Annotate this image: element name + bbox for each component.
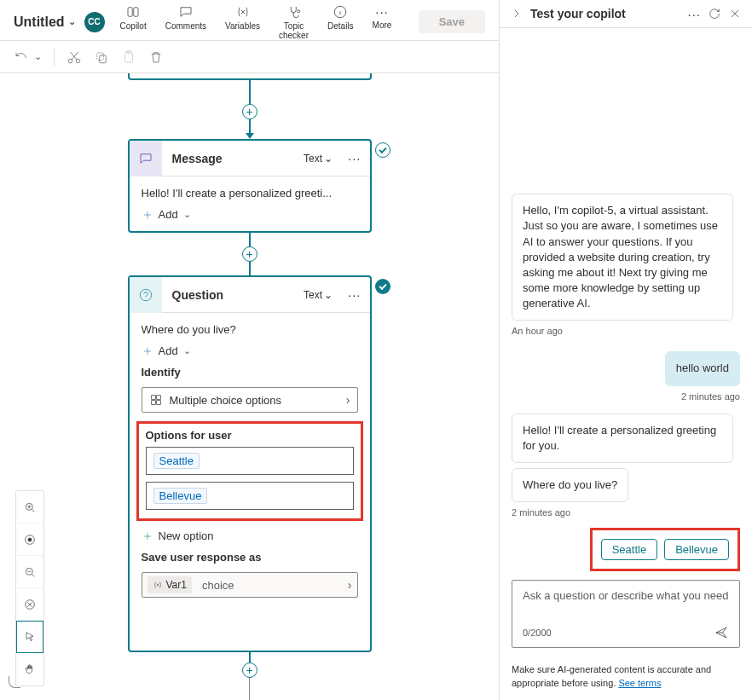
svg-rect-13 bbox=[151, 401, 155, 405]
svg-point-10 bbox=[140, 289, 152, 301]
copilot-button[interactable]: Copilot bbox=[115, 3, 152, 32]
chevron-right-icon: › bbox=[348, 578, 352, 592]
comment-icon bbox=[178, 4, 194, 20]
undo-icon[interactable] bbox=[14, 49, 29, 65]
chevron-right-icon[interactable] bbox=[510, 7, 524, 20]
options-block: Options for user Seattle Bellevue bbox=[136, 421, 363, 521]
choice-button[interactable]: Bellevue bbox=[664, 539, 729, 560]
plus-icon bbox=[142, 530, 153, 542]
topic-checker-button[interactable]: Topic checker bbox=[274, 3, 314, 42]
select-tool-button[interactable] bbox=[16, 621, 43, 653]
zoom-in-button[interactable] bbox=[16, 491, 43, 524]
timestamp: 2 minutes ago bbox=[681, 391, 740, 402]
bot-message: Hello! I'll create a personalized greeti… bbox=[512, 414, 733, 463]
chat-input[interactable]: Ask a question or describe what you need… bbox=[512, 580, 740, 648]
doc-title[interactable]: Untitled ⌄ bbox=[14, 14, 76, 30]
chevron-down-icon: ⌄ bbox=[183, 209, 191, 220]
svg-rect-7 bbox=[100, 55, 107, 62]
svg-rect-12 bbox=[156, 396, 160, 400]
close-icon[interactable] bbox=[728, 7, 742, 20]
node-title: Question bbox=[162, 288, 304, 302]
variable-icon bbox=[153, 580, 163, 590]
copilot-icon bbox=[125, 4, 141, 20]
connector bbox=[249, 678, 250, 700]
add-node-button[interactable]: + bbox=[242, 246, 257, 262]
question-icon bbox=[130, 277, 162, 313]
add-content-button[interactable]: Add ⌄ bbox=[142, 344, 358, 357]
arrow-icon bbox=[246, 133, 254, 139]
paste-icon[interactable] bbox=[121, 49, 136, 65]
timestamp: 2 minutes ago bbox=[512, 507, 570, 518]
user-message: hello world bbox=[665, 351, 740, 385]
node-type-dropdown[interactable]: Text ⌄ bbox=[304, 289, 339, 301]
option-input[interactable]: Seattle bbox=[146, 447, 354, 475]
corner-decoration bbox=[9, 676, 20, 688]
save-button[interactable]: Save bbox=[419, 10, 485, 33]
copy-icon[interactable] bbox=[94, 49, 109, 65]
connector bbox=[249, 80, 251, 104]
suggested-actions: Seattle Bellevue bbox=[590, 528, 740, 571]
panel-footer: Make sure AI-generated content is accura… bbox=[500, 655, 752, 700]
variable-selector[interactable]: Var1 choice › bbox=[142, 572, 358, 598]
more-button[interactable]: ··· More bbox=[367, 3, 397, 32]
options-icon bbox=[149, 393, 163, 407]
zoom-out-button[interactable] bbox=[16, 556, 43, 588]
status-badge bbox=[375, 142, 390, 158]
more-icon[interactable]: ··· bbox=[687, 7, 701, 20]
chevron-down-icon[interactable]: ⌄ bbox=[34, 51, 42, 62]
delete-icon[interactable] bbox=[148, 49, 164, 65]
choice-button[interactable]: Seattle bbox=[601, 539, 657, 560]
plus-icon bbox=[142, 345, 153, 357]
comments-button[interactable]: Comments bbox=[160, 3, 211, 32]
timestamp: An hour ago bbox=[512, 326, 563, 336]
identify-dropdown[interactable]: Multiple choice options › bbox=[142, 387, 358, 413]
chevron-down-icon: ⌄ bbox=[68, 16, 76, 27]
chevron-down-icon: ⌄ bbox=[183, 345, 191, 356]
svg-point-17 bbox=[28, 538, 32, 541]
previous-node-partial bbox=[128, 73, 372, 80]
chat-placeholder: Ask a question or describe what you need bbox=[523, 589, 729, 618]
details-button[interactable]: Details bbox=[322, 3, 359, 32]
variables-button[interactable]: Variables bbox=[220, 3, 265, 32]
svg-rect-0 bbox=[128, 7, 132, 16]
message-node-card[interactable]: Message Text ⌄ ··· Hello! I'll create a … bbox=[128, 139, 372, 233]
chevron-right-icon: › bbox=[346, 393, 350, 407]
node-type-dropdown[interactable]: Text ⌄ bbox=[304, 153, 339, 165]
connector bbox=[249, 233, 251, 246]
cut-icon[interactable] bbox=[67, 49, 82, 65]
connector bbox=[249, 262, 251, 275]
message-icon bbox=[130, 141, 162, 176]
chevron-down-icon: ⌄ bbox=[324, 153, 333, 165]
svg-rect-14 bbox=[156, 401, 160, 405]
status-badge bbox=[375, 279, 390, 294]
connector bbox=[249, 119, 251, 133]
svg-point-2 bbox=[297, 9, 299, 12]
reset-view-button[interactable] bbox=[16, 588, 43, 621]
bot-message: Where do you live? bbox=[512, 468, 628, 502]
connector bbox=[249, 652, 251, 662]
zoom-toolbox bbox=[15, 490, 44, 686]
question-prompt: Where do you live? bbox=[142, 323, 358, 336]
options-label: Options for user bbox=[146, 429, 354, 442]
new-option-button[interactable]: New option bbox=[142, 529, 358, 542]
add-node-button[interactable]: + bbox=[242, 104, 257, 119]
add-node-button[interactable]: + bbox=[242, 662, 257, 678]
node-more-button[interactable]: ··· bbox=[339, 151, 370, 165]
node-title: Message bbox=[162, 152, 304, 165]
node-more-button[interactable]: ··· bbox=[339, 287, 370, 302]
option-input[interactable]: Bellevue bbox=[146, 482, 354, 510]
avatar[interactable]: CC bbox=[84, 12, 105, 32]
see-terms-link[interactable]: See terms bbox=[618, 678, 661, 688]
chevron-down-icon: ⌄ bbox=[324, 289, 333, 301]
add-content-button[interactable]: Add ⌄ bbox=[142, 208, 358, 221]
plus-icon bbox=[142, 209, 153, 221]
panel-title: Test your copilot bbox=[530, 7, 626, 20]
message-preview: Hello! I'll create a personalized greeti… bbox=[142, 187, 358, 200]
info-icon bbox=[333, 4, 348, 20]
refresh-icon[interactable] bbox=[708, 7, 721, 20]
send-icon[interactable] bbox=[714, 625, 729, 640]
question-node-card[interactable]: Question Text ⌄ ··· Where do you live? A… bbox=[128, 275, 372, 652]
zoom-fit-button[interactable] bbox=[16, 524, 43, 556]
char-counter: 0/2000 bbox=[523, 628, 552, 638]
stethoscope-icon bbox=[286, 4, 302, 20]
